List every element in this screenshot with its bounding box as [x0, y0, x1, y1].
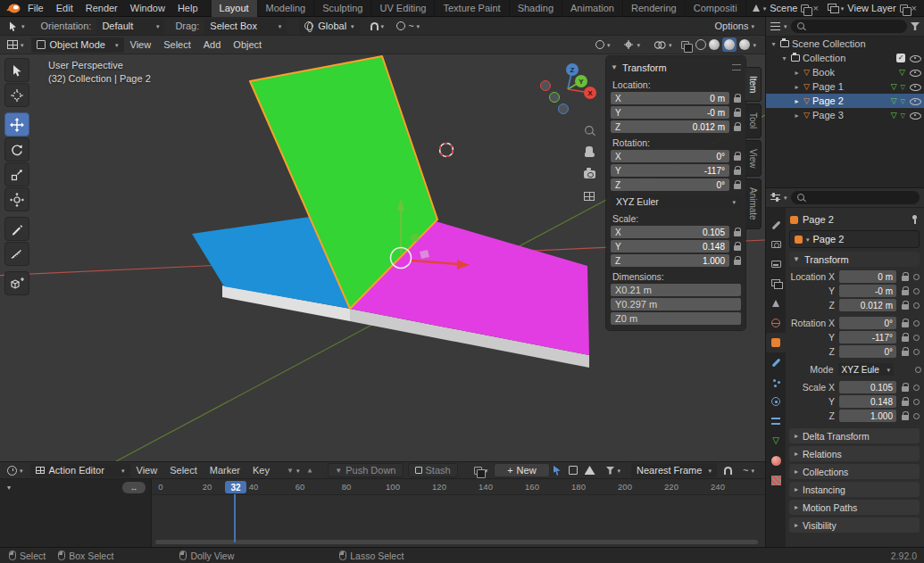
tab-animate[interactable]: Animate [745, 178, 762, 229]
value-field[interactable]: 0.148 [839, 395, 896, 408]
menu-object[interactable]: Object [227, 37, 268, 54]
location-y-field[interactable]: Y-0 m [611, 106, 729, 119]
outliner-row-collection[interactable]: ▾ Collection ✓ [766, 51, 924, 65]
pin-icon[interactable] [911, 215, 919, 225]
animate-dot-icon[interactable] [913, 320, 920, 327]
tool-move[interactable] [4, 112, 29, 137]
lock-icon[interactable] [901, 383, 909, 392]
animate-dot-icon[interactable] [913, 385, 920, 391]
horizontal-scrollbar[interactable] [155, 540, 758, 544]
location-x-field[interactable]: X0 m [611, 92, 729, 104]
nav-axis-y-neg[interactable] [550, 93, 560, 103]
filter-icon[interactable] [911, 22, 920, 30]
section-delta-transform[interactable]: ▸Delta Transform [789, 428, 920, 443]
tab-modifiers[interactable] [766, 352, 786, 372]
horizontal-zoom-scrollbar[interactable]: ↔ [122, 482, 146, 493]
menu-add[interactable]: Add [197, 37, 228, 54]
menu-marker[interactable]: Marker [204, 462, 246, 479]
menu-file[interactable]: File [21, 0, 50, 17]
transform-orientation-dropdown[interactable]: Global ▾ [299, 19, 359, 34]
lock-icon[interactable] [733, 94, 741, 103]
animate-dot-icon[interactable] [915, 367, 921, 373]
xray-toggle-icon[interactable] [681, 41, 689, 49]
tool-measure[interactable] [4, 242, 29, 266]
gizmos-dropdown[interactable]: ▾ [620, 37, 644, 53]
only-selected-toggle-icon[interactable] [554, 466, 562, 476]
workspace-tab-shading[interactable]: Shading [510, 0, 562, 17]
lock-icon[interactable] [901, 301, 909, 310]
lock-icon[interactable] [901, 397, 909, 406]
tab-tool[interactable]: Tool [745, 103, 762, 137]
rotation-x-field[interactable]: X0° [611, 150, 729, 162]
rotation-z-field[interactable]: Z0° [611, 178, 729, 191]
value-field[interactable]: 0 m [839, 270, 896, 283]
object-name-field[interactable]: ▾ Page 2 [789, 230, 920, 248]
orientation-dropdown[interactable]: Default ▾ [96, 19, 164, 34]
action-browse-dropdown[interactable]: ▾ [470, 463, 492, 478]
tab-tool-properties[interactable] [766, 215, 786, 235]
timeline-ruler[interactable]: 0 20 40 60 80 100 120 140 160 180 200 22… [152, 479, 765, 495]
tool-scale[interactable] [4, 162, 29, 186]
tool-add-cube[interactable] [4, 271, 29, 295]
tool-annotate[interactable] [4, 217, 29, 241]
snap-dropdown[interactable]: Nearest Frame ▾ [631, 463, 717, 477]
nav-axis-x-neg[interactable] [541, 81, 551, 91]
outliner-row-page3[interactable]: ▸ ▽ Page 3 ▽ ▽ [766, 108, 924, 122]
tab-world[interactable] [766, 313, 786, 333]
section-visibility[interactable]: ▸Visibility [789, 517, 920, 533]
rotation-mode-dropdown[interactable]: XYZ Euler▾ [611, 195, 741, 209]
lock-icon[interactable] [733, 152, 741, 161]
outliner-row-page2-selected[interactable]: ▸ ▽ Page 2 ▽ ▽ [766, 94, 924, 108]
outliner-search-input[interactable] [791, 20, 907, 33]
menu-render[interactable]: Render [79, 0, 124, 17]
rotation-y-field[interactable]: Y-117° [611, 164, 729, 177]
eye-icon[interactable] [909, 67, 920, 78]
eye-icon[interactable] [909, 110, 920, 120]
scale-z-field[interactable]: Z1.000 [611, 254, 729, 267]
animate-dot-icon[interactable] [913, 349, 920, 355]
lock-icon[interactable] [901, 319, 909, 327]
lock-icon[interactable] [733, 122, 741, 131]
tab-constraints[interactable] [766, 411, 786, 431]
scene-selector[interactable]: ▾ Scene × [753, 3, 819, 13]
tool-rotate[interactable] [4, 137, 29, 161]
section-motion-paths[interactable]: ▸Motion Paths [789, 500, 920, 515]
layer-up-button[interactable]: ▼ [303, 463, 317, 478]
value-field[interactable]: -117° [839, 331, 896, 344]
editor-type-selector[interactable]: ▾ [4, 463, 27, 478]
transform-section-header[interactable]: ▼ Transform [789, 252, 920, 267]
section-instancing[interactable]: ▸Instancing [789, 482, 920, 497]
new-action-button[interactable]: + New [494, 463, 549, 477]
disclosure-icon[interactable]: ▾ [780, 54, 788, 62]
object-filter-icon[interactable] [569, 466, 578, 475]
location-z-field[interactable]: Z0.012 m [611, 120, 729, 133]
channel-region[interactable]: ▾ ↔ [0, 479, 152, 548]
editor-type-selector[interactable]: ▾ [4, 37, 28, 53]
workspace-tab-modeling[interactable]: Modeling [258, 0, 315, 17]
lock-icon[interactable] [733, 256, 741, 265]
lock-icon[interactable] [901, 272, 909, 281]
menu-key[interactable]: Key [246, 462, 276, 479]
workspace-tab-uv-editing[interactable]: UV Editing [371, 0, 435, 17]
outliner-row-book[interactable]: ▸ ▽ Book ▽ [766, 65, 924, 79]
tool-tweak-select[interactable] [4, 58, 29, 82]
eye-icon[interactable] [909, 81, 920, 92]
summary-collapse-icon[interactable]: ▾ [7, 484, 11, 492]
shading-rendered-icon[interactable] [739, 39, 750, 50]
menu-select[interactable]: Select [163, 462, 204, 479]
animate-dot-icon[interactable] [913, 302, 920, 309]
proportional-dropdown[interactable]: ~▾ [739, 463, 758, 478]
tool-transform[interactable] [4, 187, 29, 211]
section-relations[interactable]: ▸Relations [789, 446, 920, 461]
tab-particles[interactable] [766, 372, 786, 392]
current-frame-indicator[interactable]: 32 [225, 481, 246, 493]
blender-logo-icon[interactable] [5, 3, 21, 14]
tab-view-layer[interactable] [766, 274, 786, 294]
lock-icon[interactable] [733, 180, 741, 189]
close-scene-icon[interactable]: × [812, 3, 818, 13]
dimensions-y-field[interactable]: Y0.297 m [611, 298, 741, 310]
lock-icon[interactable] [901, 286, 909, 295]
tab-scene[interactable] [766, 294, 786, 313]
lock-icon[interactable] [901, 411, 909, 420]
nav-axis-z-neg[interactable] [559, 104, 569, 114]
